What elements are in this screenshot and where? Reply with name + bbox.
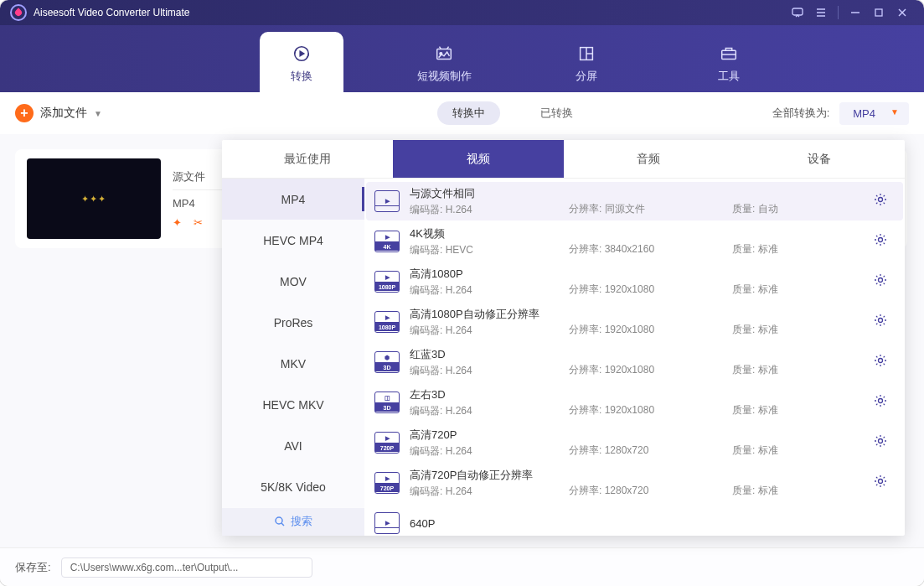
preset-encoder: 编码器: H.264 [410,364,569,378]
preset-item[interactable]: ▶640P [366,504,903,536]
preset-encoder: 编码器: HEVC [410,243,569,257]
preset-badge-icon: ▶ [374,190,400,212]
preset-item[interactable]: ▶720P高清720P编码器: H.264分辨率: 1280x720质量: 标准 [366,423,903,462]
sidebar-item-format[interactable]: MP4 [222,179,364,220]
preset-encoder: 编码器: H.264 [410,444,569,459]
preset-resolution: 分辨率: 3840x2160 [569,242,732,257]
sidebar-item-format[interactable]: 5K/8K Video [222,467,364,508]
toolbar: + 添加文件 ▼ 转换中 已转换 全部转换为: MP4 [0,92,924,134]
app-title: Aiseesoft Video Converter Ultimate [34,7,190,18]
menu-icon[interactable] [809,1,833,24]
preset-item[interactable]: ⬢3D红蓝3D编码器: H.264分辨率: 1920x1080质量: 标准 [366,343,903,381]
preset-settings-button[interactable] [866,232,895,251]
preset-badge-icon: ▶720P [374,472,400,494]
preset-quality: 质量: 标准 [732,242,856,257]
app-logo-icon [10,4,27,21]
svg-point-19 [879,278,883,283]
sidebar-item-format[interactable]: ProRes [222,302,364,343]
cut-icon[interactable]: ✂ [194,216,203,229]
svg-point-24 [879,480,883,484]
preset-settings-button[interactable] [866,433,895,452]
output-path-field[interactable]: C:\Users\www.x6g.com...ter\Output\... [61,557,312,578]
search-button[interactable]: 搜索 [222,508,364,536]
nav-tab-toolbox[interactable]: 工具 [687,32,771,92]
sidebar-item-format[interactable]: HEVC MKV [222,384,364,425]
preset-title: 高清1080P [410,267,569,282]
nav-tab-convert[interactable]: 转换 [260,32,343,92]
titlebar: Aiseesoft Video Converter Ultimate [0,0,924,25]
preset-item[interactable]: ▶4K4K视频编码器: HEVC分辨率: 3840x2160质量: 标准 [366,222,903,261]
preset-badge-icon: ▶4K [374,231,400,252]
preset-settings-button[interactable] [866,313,895,331]
preset-title: 与源文件相同 [410,186,569,201]
preset-settings-button[interactable] [866,474,895,492]
popup-tabs: 最近使用 视频 音频 设备 [222,140,905,179]
maximize-button[interactable] [867,1,890,24]
preset-quality: 质量: 标准 [732,283,856,297]
preset-title: 4K视频 [410,226,569,241]
add-file-button[interactable]: + 添加文件 ▼ [15,104,102,122]
preset-item[interactable]: ◫3D左右3D编码器: H.264分辨率: 1920x1080质量: 标准 [366,383,903,422]
format-sidebar: MP4HEVC MP4MOVProResMKVHEVC MKVAVI5K/8K … [222,179,364,536]
preset-title: 高清720P自动修正分辨率 [410,468,569,483]
svg-rect-5 [875,9,882,16]
preset-badge-icon: ▶720P [374,432,400,454]
preset-resolution: 分辨率: 1920x1080 [569,283,732,297]
popup-tab-recent[interactable]: 最近使用 [222,140,393,178]
nav-tab-label: 短视频制作 [417,69,472,84]
preset-title: 640P [410,517,569,530]
preset-encoder: 编码器: H.264 [410,324,569,338]
popup-tab-video[interactable]: 视频 [393,140,564,178]
svg-point-17 [879,198,883,202]
output-format-select[interactable]: MP4 [839,102,909,125]
source-file-label: 源文件 [173,169,205,184]
sidebar-item-format[interactable]: AVI [222,425,364,466]
preset-title: 高清1080P自动修正分辨率 [410,307,569,322]
sidebar-item-format[interactable]: HEVC MP4 [222,220,364,261]
popup-tab-device[interactable]: 设备 [734,140,905,178]
preset-settings-button[interactable] [866,192,895,210]
preset-settings-button[interactable] [866,272,895,291]
preset-quality: 质量: 自动 [732,202,856,216]
preset-settings-button[interactable] [866,353,895,371]
app-window: Aiseesoft Video Converter Ultimate 转换 短视… [0,0,924,586]
preset-item[interactable]: ▶1080P高清1080P编码器: H.264分辨率: 1920x1080质量:… [366,262,903,301]
preset-item[interactable]: ▶与源文件相同编码器: H.264分辨率: 同源文件质量: 自动 [366,182,903,220]
preset-resolution: 分辨率: 1920x1080 [569,323,732,337]
sidebar-item-format[interactable]: MKV [222,343,364,384]
svg-line-16 [281,523,284,526]
nav-tab-collage[interactable]: 分屏 [545,32,628,92]
minimize-button[interactable] [844,1,867,24]
video-thumbnail[interactable]: ✦✦✦ [27,158,161,239]
preset-resolution: 分辨率: 1280x720 [569,443,732,458]
plus-icon: + [15,104,34,122]
nav-tab-mv[interactable]: 短视频制作 [402,32,486,92]
preset-resolution: 分辨率: 1920x1080 [569,403,732,417]
preset-quality: 质量: 标准 [732,323,856,337]
convert-all-label: 全部转换为: [772,106,830,121]
bottombar: 保存至: C:\Users\www.x6g.com...ter\Output\.… [0,547,924,586]
save-to-label: 保存至: [15,560,51,575]
svg-point-18 [879,238,883,242]
preset-settings-button[interactable] [866,393,895,412]
preset-title: 高清720P [410,428,569,443]
file-format-tag: MP4 [173,197,195,210]
add-file-label: 添加文件 [40,106,87,121]
chevron-down-icon: ▼ [94,109,102,118]
nav-tab-label: 分屏 [576,69,597,84]
preset-list[interactable]: ▶与源文件相同编码器: H.264分辨率: 同源文件质量: 自动▶4K4K视频编… [364,179,905,536]
feedback-icon[interactable] [786,1,809,24]
convert-icon [292,44,312,64]
preset-resolution: 分辨率: 1920x1080 [569,363,732,377]
preset-item[interactable]: ▶720P高清720P自动修正分辨率编码器: H.264分辨率: 1280x72… [366,464,903,502]
pill-converting[interactable]: 转换中 [437,101,500,125]
collage-icon [576,44,596,64]
search-label: 搜索 [291,514,312,529]
close-button[interactable] [890,1,914,24]
popup-tab-audio[interactable]: 音频 [564,140,735,178]
pin-icon[interactable]: ✦ [173,216,182,229]
toolbox-icon [719,44,739,64]
sidebar-item-format[interactable]: MOV [222,261,364,302]
pill-converted[interactable]: 已转换 [525,101,588,125]
preset-item[interactable]: ▶1080P高清1080P自动修正分辨率编码器: H.264分辨率: 1920x… [366,303,903,341]
